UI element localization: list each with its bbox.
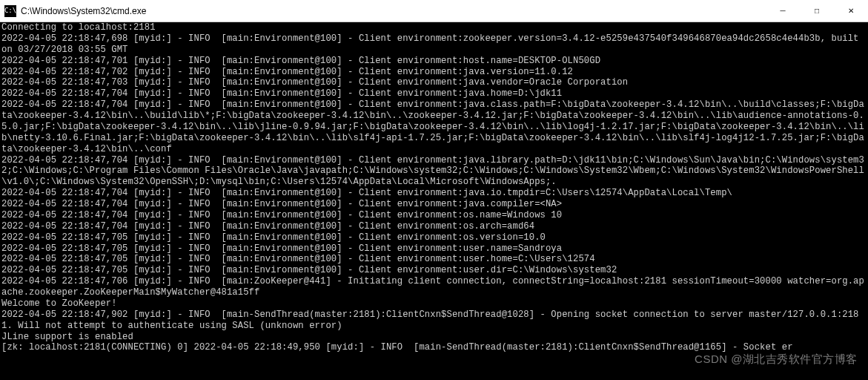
terminal-line: 2022-04-05 22:18:47,702 [myid:] - INFO [… (1, 67, 867, 78)
terminal-line: 2022-04-05 22:18:47,704 [myid:] - INFO [… (1, 210, 867, 221)
close-button[interactable]: ✕ (834, 0, 868, 22)
window-title: C:\Windows\System32\cmd.exe (21, 6, 146, 16)
terminal-line: 2022-04-05 22:18:47,698 [myid:] - INFO [… (1, 33, 867, 56)
terminal-line: 2022-04-05 22:18:47,704 [myid:] - INFO [… (1, 221, 867, 232)
terminal-line: [zk: localhost:2181(CONNECTING) 0] 2022-… (1, 342, 867, 353)
minimize-button[interactable]: ─ (766, 0, 800, 22)
terminal-line: JLine support is enabled (1, 332, 867, 343)
terminal-line: 2022-04-05 22:18:47,704 [myid:] - INFO [… (1, 88, 867, 99)
terminal-line: 2022-04-05 22:18:47,705 [myid:] - INFO [… (1, 232, 867, 243)
terminal-line: 2022-04-05 22:18:47,705 [myid:] - INFO [… (1, 254, 867, 265)
terminal-line: 2022-04-05 22:18:47,704 [myid:] - INFO [… (1, 188, 867, 199)
terminal-output[interactable]: Connecting to localhost:21812022-04-05 2… (0, 22, 868, 380)
terminal-line: Welcome to ZooKeeper! (1, 298, 867, 309)
title-left: C:\ C:\Windows\System32\cmd.exe (0, 5, 146, 17)
terminal-line: 2022-04-05 22:18:47,704 [myid:] - INFO [… (1, 199, 867, 210)
terminal-line: Connecting to localhost:2181 (1, 22, 867, 33)
window-controls: ─ □ ✕ (766, 0, 868, 22)
terminal-line: 2022-04-05 22:18:47,706 [myid:] - INFO [… (1, 276, 867, 298)
terminal-line: 2022-04-05 22:18:47,902 [myid:] - INFO [… (1, 309, 867, 332)
terminal-line: 2022-04-05 22:18:47,705 [myid:] - INFO [… (1, 265, 867, 276)
terminal-line: 2022-04-05 22:18:47,703 [myid:] - INFO [… (1, 77, 867, 88)
terminal-line: 2022-04-05 22:18:47,704 [myid:] - INFO [… (1, 155, 867, 189)
maximize-button[interactable]: □ (800, 0, 834, 22)
window-titlebar[interactable]: C:\ C:\Windows\System32\cmd.exe ─ □ ✕ (0, 0, 868, 22)
terminal-line: 2022-04-05 22:18:47,704 [myid:] - INFO [… (1, 99, 867, 154)
terminal-line: 2022-04-05 22:18:47,701 [myid:] - INFO [… (1, 56, 867, 67)
terminal-line: 2022-04-05 22:18:47,705 [myid:] - INFO [… (1, 243, 867, 255)
cmd-icon: C:\ (4, 5, 16, 17)
